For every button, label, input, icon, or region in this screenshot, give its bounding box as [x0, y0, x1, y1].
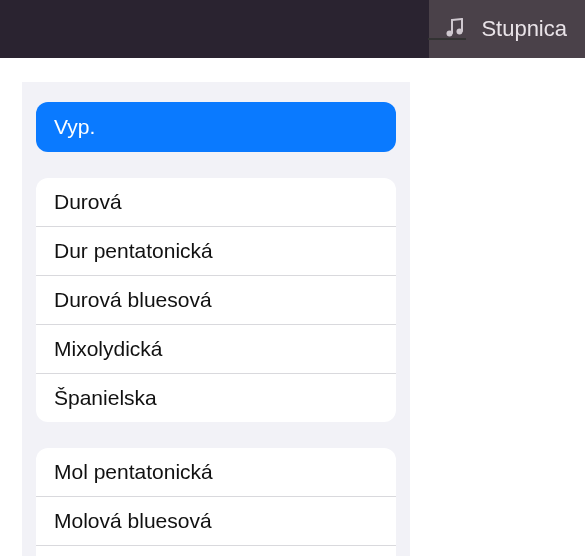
scale-item-label: Španielska — [54, 386, 157, 409]
scale-item[interactable]: Mol pentatonická — [36, 448, 396, 497]
scale-item[interactable]: Japonská — [36, 546, 396, 556]
scale-item[interactable]: Španielska — [36, 374, 396, 422]
scale-selected-off[interactable]: Vyp. — [36, 102, 396, 152]
scale-item-label: Durová — [54, 190, 122, 213]
scale-item-label: Mixolydická — [54, 337, 163, 360]
scale-item[interactable]: Durová — [36, 178, 396, 227]
svg-point-1 — [457, 29, 463, 35]
callout-line — [428, 38, 466, 40]
scale-panel: Vyp. Durová Dur pentatonická Durová blue… — [22, 82, 410, 556]
scale-item[interactable]: Dur pentatonická — [36, 227, 396, 276]
scale-item-label: Molová bluesová — [54, 509, 212, 532]
scale-item-label: Durová bluesová — [54, 288, 212, 311]
svg-point-0 — [447, 31, 453, 37]
scale-item[interactable]: Durová bluesová — [36, 276, 396, 325]
scale-tab-label: Stupnica — [481, 16, 567, 42]
scale-group-major: Durová Dur pentatonická Durová bluesová … — [36, 178, 396, 422]
scale-item-label: Dur pentatonická — [54, 239, 213, 262]
scale-tab[interactable]: Stupnica — [429, 0, 585, 58]
scale-group-minor: Mol pentatonická Molová bluesová Japonsk… — [36, 448, 396, 556]
scale-item[interactable]: Molová bluesová — [36, 497, 396, 546]
scale-item-label: Mol pentatonická — [54, 460, 213, 483]
topbar: Stupnica — [0, 0, 585, 58]
scale-item[interactable]: Mixolydická — [36, 325, 396, 374]
scale-selected-label: Vyp. — [54, 115, 95, 138]
